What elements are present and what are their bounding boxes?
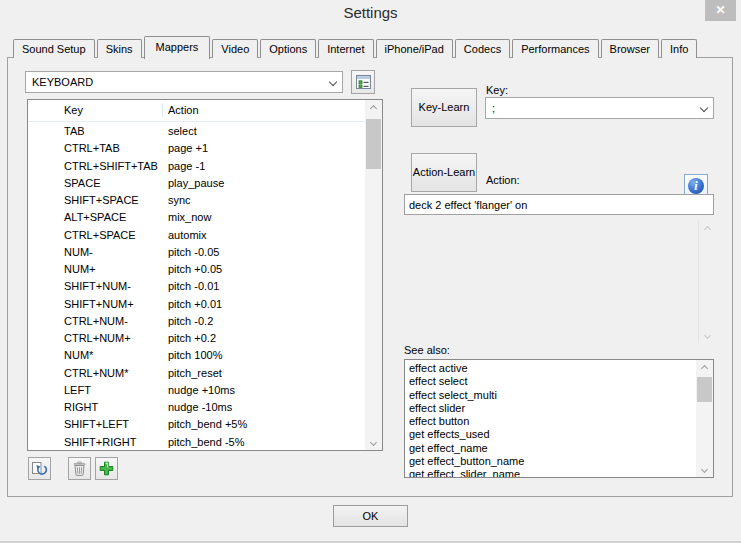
mapper-action-cell: nudge -10ms	[168, 399, 232, 416]
description-scrollbar[interactable]	[698, 221, 715, 343]
see-also-list[interactable]: effect activeeffect selecteffect select_…	[404, 359, 714, 478]
tab-codecs[interactable]: Codecs	[455, 39, 510, 58]
mapper-key-cell: CTRL+SHIFT+TAB	[64, 158, 158, 175]
mapper-list-row[interactable]: SHIFT+RIGHTpitch_bend -5%	[28, 434, 365, 451]
scroll-thumb[interactable]	[366, 119, 381, 169]
scroll-down-icon[interactable]	[696, 461, 713, 477]
action-label: Action:	[486, 174, 520, 186]
mapper-action-cell: pitch -0.05	[168, 244, 219, 261]
see-also-item[interactable]: get effects_used	[409, 428, 696, 441]
mapper-list-row[interactable]: SHIFT+SPACEsync	[28, 192, 365, 209]
mapper-list-row[interactable]: CTRL+NUM*pitch_reset	[28, 365, 365, 382]
mapper-key-cell: CTRL+TAB	[64, 140, 120, 157]
mapper-list-row[interactable]: NUM-pitch -0.05	[28, 244, 365, 261]
see-also-item[interactable]: effect slider	[409, 402, 696, 415]
mapper-list-row[interactable]: NUM*pitch 100%	[28, 347, 365, 364]
mapper-key-cell: CTRL+NUM-	[64, 313, 128, 330]
mapper-list-body: TABselectCTRL+TABpage +1CTRL+SHIFT+TABpa…	[28, 123, 365, 450]
mapper-list-row[interactable]: CTRL+TABpage +1	[28, 140, 365, 157]
mapper-list-row[interactable]: LEFTnudge +10ms	[28, 382, 365, 399]
tab-internet[interactable]: Internet	[318, 39, 373, 58]
scroll-down-icon[interactable]	[699, 327, 716, 343]
reset-mapping-button[interactable]	[28, 457, 51, 480]
settings-window: { "window": { "title": "Settings", "clos…	[0, 0, 741, 543]
tab-browser[interactable]: Browser	[601, 39, 659, 58]
mapper-list-scrollbar[interactable]	[365, 100, 382, 450]
scroll-up-icon[interactable]	[699, 221, 716, 237]
mapper-list-row[interactable]: CTRL+NUM-pitch -0.2	[28, 313, 365, 330]
mapper-key-cell: NUM+	[64, 261, 95, 278]
scroll-thumb[interactable]	[697, 377, 712, 402]
mapper-key-cell: TAB	[64, 123, 85, 140]
action-learn-label: Action-Learn	[413, 166, 475, 178]
mapper-action-cell: play_pause	[168, 175, 224, 192]
mapper-list-row[interactable]: CTRL+NUM+pitch +0.2	[28, 330, 365, 347]
tab-video[interactable]: Video	[212, 39, 258, 58]
see-also-item[interactable]: get effect_button_name	[409, 455, 696, 468]
mapper-action-cell: pitch_bend -5%	[168, 434, 244, 451]
mapper-key-cell: RIGHT	[64, 399, 98, 416]
tab-mappers[interactable]: Mappers	[144, 36, 211, 59]
column-divider	[162, 103, 163, 118]
mapper-list-row[interactable]: RIGHTnudge -10ms	[28, 399, 365, 416]
tab-skins[interactable]: Skins	[97, 39, 142, 58]
mapper-action-cell: pitch -0.01	[168, 278, 219, 295]
mapper-action-cell: sync	[168, 192, 191, 209]
mapper-key-cell: NUM*	[64, 347, 93, 364]
key-select-value: ;	[492, 102, 495, 114]
scroll-up-icon[interactable]	[365, 100, 382, 116]
scroll-down-icon[interactable]	[365, 434, 382, 450]
mapper-list-row[interactable]: CTRL+SHIFT+TABpage -1	[28, 158, 365, 175]
scroll-up-icon[interactable]	[696, 360, 713, 376]
action-description-area	[404, 221, 715, 343]
see-also-item[interactable]: effect select	[409, 375, 696, 388]
tab-sound-setup[interactable]: Sound Setup	[13, 39, 95, 58]
mapper-list-row[interactable]: SPACEplay_pause	[28, 175, 365, 192]
ok-label: OK	[363, 510, 379, 522]
action-input[interactable]	[404, 194, 714, 215]
mapper-list[interactable]: Key Action TABselectCTRL+TABpage +1CTRL+…	[27, 99, 383, 451]
chevron-down-icon	[701, 105, 707, 111]
tab-performances[interactable]: Performances	[512, 39, 598, 58]
column-header-key[interactable]: Key	[64, 104, 83, 116]
key-select[interactable]: ;	[485, 97, 714, 119]
tab-iphone-ipad[interactable]: iPhone/iPad	[376, 39, 453, 58]
add-plus-icon	[99, 461, 114, 476]
see-also-item[interactable]: get effect_slider_name	[409, 468, 696, 478]
see-also-label: See also:	[404, 344, 450, 356]
mapper-list-row[interactable]: SHIFT+NUM-pitch -0.01	[28, 278, 365, 295]
mapper-options-button[interactable]	[351, 70, 375, 94]
mapper-list-row[interactable]: ALT+SPACEmix_now	[28, 209, 365, 226]
mapper-list-row[interactable]: TABselect	[28, 123, 365, 140]
list-options-icon	[356, 75, 371, 89]
add-mapping-button[interactable]	[95, 457, 118, 480]
chevron-down-icon	[330, 79, 336, 85]
delete-mapping-button[interactable]	[68, 457, 91, 480]
mapper-key-cell: SHIFT+LEFT	[64, 416, 129, 433]
ok-button[interactable]: OK	[333, 505, 408, 527]
close-button[interactable]: ✕	[705, 0, 736, 21]
see-also-item[interactable]: get effect_name	[409, 442, 696, 455]
see-also-item[interactable]: effect button	[409, 415, 696, 428]
see-also-item[interactable]: effect select_multi	[409, 389, 696, 402]
mapper-list-row[interactable]: SHIFT+LEFTpitch_bend +5%	[28, 416, 365, 433]
key-learn-button[interactable]: Key-Learn	[411, 88, 477, 127]
mapper-key-cell: CTRL+SPACE	[64, 227, 136, 244]
mapper-list-row[interactable]: CTRL+SPACEautomix	[28, 227, 365, 244]
mapper-action-cell: pitch +0.01	[168, 296, 222, 313]
tab-options[interactable]: Options	[260, 39, 316, 58]
see-also-scrollbar[interactable]	[696, 360, 713, 477]
mapper-list-header: Key Action	[28, 100, 382, 122]
close-icon: ✕	[715, 3, 725, 17]
see-also-item[interactable]: effect active	[409, 362, 696, 375]
mapper-list-row[interactable]: SHIFT+NUM+pitch +0.01	[28, 296, 365, 313]
column-header-action[interactable]: Action	[168, 104, 199, 116]
mapper-key-cell: SPACE	[64, 175, 100, 192]
mapper-list-row[interactable]: NUM+pitch +0.05	[28, 261, 365, 278]
reset-mapping-icon	[31, 461, 48, 477]
device-select[interactable]: KEYBOARD	[25, 71, 343, 93]
tab-info[interactable]: Info	[661, 39, 697, 58]
action-learn-button[interactable]: Action-Learn	[411, 153, 477, 192]
mapper-key-cell: SHIFT+RIGHT	[64, 434, 136, 451]
mapper-action-cell: pitch_reset	[168, 365, 222, 382]
